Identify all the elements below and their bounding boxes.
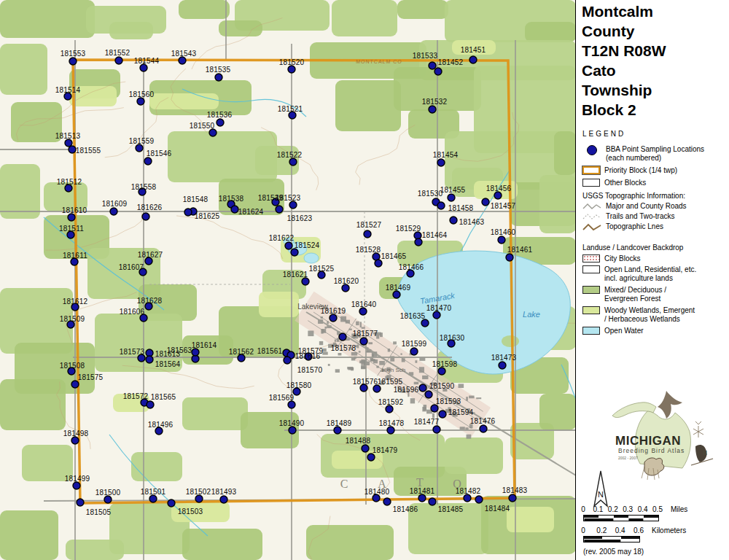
bba-point	[71, 381, 79, 388]
bba-point-label: 181463	[459, 219, 485, 226]
bba-point	[431, 405, 438, 412]
bba-point	[480, 425, 487, 432]
bba-point	[104, 496, 112, 503]
michigan-bba-logo: MICHIGAN Breeding Bird Atlas 2002 - 2007…	[609, 389, 728, 486]
bba-point-label: 181555	[76, 147, 101, 155]
title-line: T12N R08W	[582, 41, 666, 61]
bba-point-label: 181570	[297, 367, 323, 374]
flower-icon	[693, 421, 703, 438]
bba-point-label: 181532	[422, 98, 448, 106]
bba-point-label: 181628	[137, 298, 163, 305]
forest-swatch-icon	[582, 286, 600, 294]
bba-point-label: 181561	[257, 348, 283, 355]
scale-tick: 0.3	[623, 505, 633, 513]
bba-point-label: 181466	[399, 264, 424, 271]
bba-point-label: 181451	[461, 47, 486, 54]
legend-item-forest: Mixed/ Deciduous / Evergreen Forest	[582, 286, 666, 303]
bba-point	[195, 495, 203, 502]
bba-point-label: 181550	[190, 122, 215, 130]
bba-point-label: 181607	[119, 264, 144, 271]
bba-point-label: 181456	[486, 185, 512, 192]
km-scale-labels: 00.20.40.6Kilometers	[576, 526, 729, 535]
bba-point-label: 181612	[63, 298, 88, 306]
bba-point-label: 181528	[356, 246, 381, 254]
legend-label: City Blocks	[604, 254, 640, 263]
bba-point-label: 181460	[491, 229, 516, 236]
title-line: County	[582, 21, 666, 41]
bba-point	[77, 499, 84, 506]
north-label: N	[598, 490, 604, 499]
legend-item-open-water: Open Water	[582, 327, 644, 335]
logo-numeral: II	[703, 450, 707, 456]
bba-point-label: 181461	[507, 246, 533, 254]
bba-point-label: 181458	[448, 205, 474, 212]
bba-point-label: 181553	[61, 50, 86, 58]
bba-point	[65, 139, 72, 147]
bba-point	[71, 437, 79, 444]
bba-point	[418, 494, 426, 502]
bba-point-label: 181520	[279, 59, 305, 66]
bba-point	[509, 494, 516, 502]
legend-item-bba-points: BBA Point Sampling Locations (each numbe…	[582, 145, 704, 163]
map-title: Montcalm County T12N R08W Cato Township …	[582, 1, 666, 120]
bba-point	[364, 230, 371, 238]
legend-label: Trails and Two-tracks	[606, 212, 674, 221]
wetland-swatch-icon	[582, 306, 600, 314]
bba-point-label: 181569	[269, 394, 295, 402]
bba-point	[393, 291, 400, 298]
bba-point-label: 181609	[102, 201, 128, 208]
bba-point-label: 181478	[379, 420, 405, 427]
bba-point	[360, 338, 367, 345]
bba-point	[373, 385, 381, 392]
legend-label: Mixed/ Deciduous / Evergreen Forest	[604, 286, 666, 303]
bba-point	[209, 129, 217, 136]
bba-point	[330, 314, 337, 322]
legend-label: Open Water	[604, 327, 644, 335]
bba-point-label: 181577	[353, 330, 378, 338]
km-scale-bar	[583, 536, 640, 542]
bba-point	[137, 98, 144, 105]
bba-point-label: 181502	[186, 489, 211, 496]
bba-point	[220, 496, 227, 503]
bba-point-label: 181500	[95, 489, 121, 497]
bba-point	[231, 206, 238, 213]
bba-point-label: 181592	[378, 399, 404, 406]
place-label: O	[453, 478, 463, 491]
bba-point	[285, 242, 292, 249]
hawk-icon	[658, 391, 682, 419]
scale-tick: 0.4	[638, 505, 648, 513]
bba-point	[433, 311, 440, 319]
title-line: Cato	[582, 61, 666, 80]
bba-point-label: 181562	[229, 349, 254, 356]
bba-point-label: 181508	[60, 362, 85, 370]
bba-point-label: 181572	[123, 393, 149, 400]
legend-label: Major and County Roads	[606, 202, 687, 211]
map-canvas: 1815531815521815441815431815351815201815…	[0, 0, 576, 560]
bba-point	[429, 498, 436, 505]
bba-point	[448, 194, 455, 201]
legend-item-other-blocks: Other Blocks	[582, 179, 646, 187]
bba-point	[419, 384, 426, 392]
bba-point-label: 181523	[276, 195, 301, 202]
bba-point-label: 181505	[86, 509, 112, 516]
legend-item-priority-block: Priority Block (1/4 twp)	[582, 166, 677, 175]
bba-point-label: 181611	[63, 252, 87, 260]
bba-point	[499, 362, 506, 369]
bba-point	[289, 201, 297, 209]
bba-point-label: 181454	[433, 152, 459, 159]
bba-point	[439, 411, 446, 418]
bba-point	[302, 278, 309, 285]
bba-point	[482, 198, 489, 206]
bba-point	[217, 119, 224, 126]
bba-point	[115, 57, 122, 64]
bba-point-label: 181595	[378, 378, 403, 386]
place-label: MONTCALM CO	[356, 59, 402, 64]
bba-point	[494, 192, 502, 199]
logo-subtitle: Breeding Bird Atlas	[618, 447, 685, 454]
bba-point	[288, 66, 295, 73]
bba-point	[73, 482, 80, 489]
place-label: A	[378, 478, 388, 491]
legend-label: Priority Block (1/4 twp)	[604, 166, 677, 175]
bba-point-label: 181479	[373, 447, 398, 454]
bba-point-label: 181576	[353, 378, 378, 386]
